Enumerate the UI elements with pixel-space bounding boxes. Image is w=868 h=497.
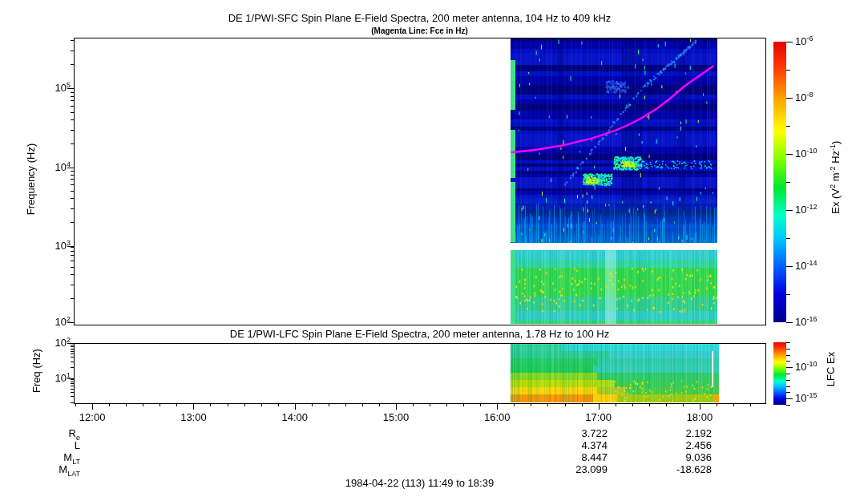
x-tick-label: 15:00 bbox=[376, 411, 416, 423]
x-tick-label: 14:00 bbox=[275, 411, 315, 423]
sfc-spectrogram bbox=[511, 38, 718, 324]
x-tick-label: 18:00 bbox=[680, 411, 720, 423]
x-tick-label: 12:00 bbox=[72, 411, 112, 423]
lfc-y-tick-label: 101 bbox=[45, 371, 71, 384]
ephemeris-value: 9.036 bbox=[656, 451, 712, 463]
ephemeris-value: 2.192 bbox=[656, 427, 712, 439]
sfc-colorbar bbox=[773, 42, 786, 322]
sfc-y-tick-label: 102 bbox=[45, 315, 71, 328]
lfc-colorbar-tick-label: 10-15 bbox=[795, 391, 817, 404]
ephemeris-value: 2.456 bbox=[656, 439, 712, 451]
plot-page: DE 1/PWI-SFC Spin Plane E-Field Spectra,… bbox=[0, 0, 868, 497]
lfc-y-tick-label: 102 bbox=[45, 336, 71, 349]
lfc-colorbar-tick-label: 10-10 bbox=[795, 360, 817, 373]
ephemeris-row-label: L bbox=[32, 439, 80, 451]
sfc-ylabel: Frequency (Hz) bbox=[25, 99, 37, 260]
lfc-colorbar bbox=[773, 342, 786, 405]
sfc-y-tick-label: 103 bbox=[45, 239, 71, 252]
lfc-colorbar-label: LFC Ex bbox=[825, 289, 837, 450]
sfc-y-tick-label: 105 bbox=[45, 81, 71, 94]
sfc-colorbar-tick-label: 10-6 bbox=[795, 34, 813, 47]
sfc-colorbar-tick-label: 10-14 bbox=[795, 259, 817, 272]
ephemeris-row-label: MLAT bbox=[32, 463, 80, 478]
sfc-colorbar-tick-label: 10-8 bbox=[795, 91, 813, 103]
ephemeris-value: 3.722 bbox=[551, 427, 608, 439]
footer-date-range: 1984-04-22 (113) 11:49 to 18:39 bbox=[74, 477, 765, 489]
sfc-colorbar-tick-label: 10-16 bbox=[795, 315, 817, 328]
lfc-spectrogram bbox=[511, 344, 719, 402]
lfc-title: DE 1/PWI-LFC Spin Plane E-Field Spectra,… bbox=[74, 328, 765, 340]
sfc-colorbar-label: Ex (V2 m-2 Hz-1) bbox=[829, 97, 842, 257]
sfc-subtitle: (Magenta Line: Fce in Hz) bbox=[74, 26, 765, 35]
ephemeris-value: 23.099 bbox=[551, 463, 608, 475]
sfc-title: DE 1/PWI-SFC Spin Plane E-Field Spectra,… bbox=[74, 12, 765, 24]
x-tick-label: 17:00 bbox=[579, 411, 619, 423]
sfc-y-tick-label: 104 bbox=[45, 160, 71, 173]
sfc-colorbar-tick-label: 10-10 bbox=[795, 147, 817, 160]
ephemeris-value: 8.447 bbox=[551, 451, 608, 463]
x-tick-label: 13:00 bbox=[173, 411, 213, 423]
ephemeris-value: -18.628 bbox=[656, 463, 712, 475]
ephemeris-value: 4.374 bbox=[551, 439, 608, 451]
sfc-colorbar-tick-label: 10-12 bbox=[795, 203, 817, 216]
x-tick-label: 16:00 bbox=[477, 411, 517, 423]
